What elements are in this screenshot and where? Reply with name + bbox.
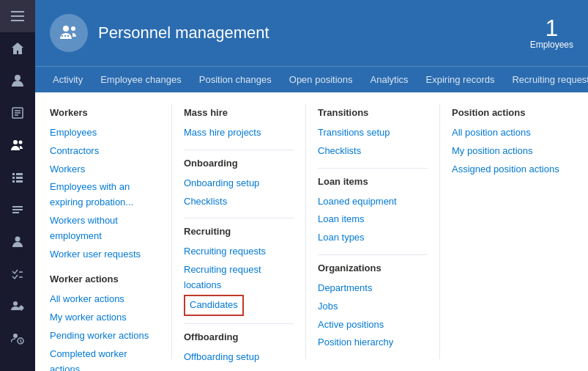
link-worker-user-requests[interactable]: Worker user requests xyxy=(50,246,160,264)
nav-position-changes[interactable]: Position changes xyxy=(190,67,280,92)
badge-count: 1 xyxy=(545,16,558,40)
svg-rect-10 xyxy=(12,173,15,175)
link-recruiting-requests[interactable]: Recruiting requests xyxy=(184,243,294,261)
worker-actions-section-title: Worker actions xyxy=(50,273,160,284)
organizations-section-title: Organizations xyxy=(318,262,428,273)
link-onboarding-setup[interactable]: Onboarding setup xyxy=(184,175,294,193)
link-mass-hire-projects[interactable]: Mass hire projects xyxy=(184,124,294,142)
mass-hire-section-title: Mass hire xyxy=(184,107,294,118)
svg-point-8 xyxy=(13,140,18,144)
link-candidates[interactable]: Candidates xyxy=(184,295,244,316)
link-position-hierarchy[interactable]: Position hierarchy xyxy=(318,334,428,352)
link-workers-without-employment[interactable]: Workers without employment xyxy=(50,212,160,246)
link-active-positions[interactable]: Active positions xyxy=(318,316,428,334)
menu-col-transitions: Transitions Transitions setup Checklists… xyxy=(306,104,440,359)
link-workers[interactable]: Workers xyxy=(50,161,160,179)
sidebar-icon-settings[interactable] xyxy=(0,290,35,323)
svg-rect-13 xyxy=(16,177,23,179)
link-my-position-actions[interactable]: My position actions xyxy=(452,142,562,161)
link-employees-expiring[interactable]: Employees with an expiring probation... xyxy=(50,178,160,212)
sidebar-icon-checklist[interactable] xyxy=(0,258,35,290)
menu-col-workers: Workers Employees Contractors Workers Em… xyxy=(50,104,172,359)
navigation-bar: Activity Employee changes Position chang… xyxy=(35,66,588,92)
svg-point-25 xyxy=(13,334,18,338)
svg-rect-15 xyxy=(16,180,23,183)
nav-open-positions[interactable]: Open positions xyxy=(280,67,362,92)
link-assigned-position-actions[interactable]: Assigned position actions xyxy=(452,161,562,179)
link-onboarding-checklists[interactable]: Checklists xyxy=(184,193,294,211)
sidebar xyxy=(0,0,35,371)
links-dropdown: Workers Employees Contractors Workers Em… xyxy=(35,92,588,371)
link-my-worker-actions[interactable]: My worker actions xyxy=(50,309,160,327)
sidebar-icon-home[interactable] xyxy=(0,32,35,65)
module-icon xyxy=(59,23,79,43)
svg-point-28 xyxy=(71,26,75,31)
svg-rect-1 xyxy=(11,15,24,17)
menu-col-position-actions: Position actions All position actions My… xyxy=(440,104,573,359)
svg-rect-11 xyxy=(16,173,23,175)
svg-point-9 xyxy=(19,141,23,144)
link-pending-worker-actions[interactable]: Pending worker actions xyxy=(50,327,160,345)
sidebar-icon-list[interactable] xyxy=(0,161,35,194)
nav-analytics[interactable]: Analytics xyxy=(362,67,417,92)
recruiting-section-title: Recruiting xyxy=(184,226,294,237)
link-loaned-equipment[interactable]: Loaned equipment xyxy=(318,193,428,211)
svg-rect-14 xyxy=(12,180,15,183)
sidebar-icon-person[interactable] xyxy=(0,65,35,97)
nav-activity[interactable]: Activity xyxy=(44,67,92,92)
nav-recruiting-requests[interactable]: Recruiting requests xyxy=(503,67,588,92)
svg-rect-2 xyxy=(11,20,24,21)
position-actions-section-title: Position actions xyxy=(452,107,562,118)
svg-point-3 xyxy=(15,75,21,81)
workers-section-title: Workers xyxy=(50,107,160,118)
link-jobs[interactable]: Jobs xyxy=(318,298,428,316)
link-loan-types[interactable]: Loan types xyxy=(318,229,428,247)
sidebar-icon-menu[interactable] xyxy=(0,0,35,32)
page-header: Personnel management 1 Employees xyxy=(35,0,588,66)
menu-columns: Workers Employees Contractors Workers Em… xyxy=(50,104,573,359)
module-icon-circle xyxy=(50,14,88,52)
nav-employee-changes[interactable]: Employee changes xyxy=(92,67,190,92)
loan-items-section-title: Loan items xyxy=(318,176,428,187)
svg-rect-12 xyxy=(12,177,15,179)
link-departments[interactable]: Departments xyxy=(318,279,428,298)
employee-badge: 1 Employees xyxy=(530,16,573,50)
link-offboarding-checklists[interactable]: Checklists xyxy=(184,366,294,371)
svg-rect-0 xyxy=(11,11,24,12)
link-completed-worker-actions[interactable]: Completed worker actions xyxy=(50,345,160,371)
sidebar-icon-person2[interactable] xyxy=(0,226,35,258)
svg-point-27 xyxy=(63,26,69,32)
transitions-section-title: Transitions xyxy=(318,107,428,118)
link-all-position-actions[interactable]: All position actions xyxy=(452,124,562,142)
nav-expiring-records[interactable]: Expiring records xyxy=(417,67,504,92)
offboarding-section-title: Offboarding xyxy=(184,331,294,342)
link-offboarding-setup[interactable]: Offboarding setup xyxy=(184,348,294,367)
sidebar-icon-tasks[interactable] xyxy=(0,194,35,226)
link-all-worker-actions[interactable]: All worker actions xyxy=(50,290,160,309)
sidebar-icon-form[interactable] xyxy=(0,97,35,129)
sidebar-icon-clock[interactable] xyxy=(0,323,35,355)
page-title: Personnel management xyxy=(98,23,269,43)
svg-point-19 xyxy=(13,301,18,306)
link-transitions-checklists[interactable]: Checklists xyxy=(318,142,428,161)
link-transitions-setup[interactable]: Transitions setup xyxy=(318,124,428,142)
svg-point-20 xyxy=(19,306,23,310)
link-recruiting-request-locations[interactable]: Recruiting request locations xyxy=(184,261,294,295)
link-loan-items[interactable]: Loan items xyxy=(318,210,428,229)
sidebar-icon-people-active[interactable] xyxy=(0,129,35,161)
main-content: Personnel management 1 Employees Activit… xyxy=(35,0,588,371)
link-contractors[interactable]: Contractors xyxy=(50,142,160,161)
badge-label: Employees xyxy=(530,40,573,50)
link-employees[interactable]: Employees xyxy=(50,124,160,142)
svg-point-16 xyxy=(15,237,21,242)
menu-col-hiring: Mass hire Mass hire projects Onboarding … xyxy=(172,104,306,359)
onboarding-section-title: Onboarding xyxy=(184,158,294,169)
